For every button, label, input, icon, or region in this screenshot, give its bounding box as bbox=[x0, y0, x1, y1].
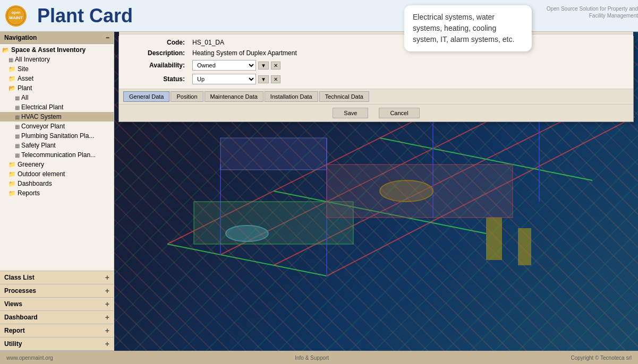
sidebar-section-expand-0[interactable]: + bbox=[105, 273, 109, 282]
sidebar-section-expand-4[interactable]: + bbox=[105, 326, 109, 335]
nav-tree-label-12: Greenery bbox=[18, 161, 44, 168]
nav-tree-label-6: Electrical Plant bbox=[21, 103, 63, 111]
folder-icon: 📁 bbox=[8, 180, 16, 187]
nav-tree-item-15[interactable]: 📁 Reports bbox=[0, 188, 114, 198]
nav-tree-item-10[interactable]: ▦ Safety Plant bbox=[0, 141, 114, 150]
svg-point-17 bbox=[226, 226, 268, 241]
sidebar-section-expand-1[interactable]: + bbox=[105, 287, 109, 295]
form-footer: SaveCancel bbox=[119, 104, 633, 122]
footer-right: Copyright © Tecnoteca srl bbox=[571, 355, 632, 361]
nav-tree-item-9[interactable]: ▦ Plumbing Sanitation Pla... bbox=[0, 131, 114, 141]
folder-icon: 📁 bbox=[8, 161, 16, 168]
sidebar-section-dashboard[interactable]: Dashboard+ bbox=[0, 311, 114, 324]
sidebar-bottom: Class List+Processes+Views+Dashboard+Rep… bbox=[0, 271, 114, 351]
sub-tab-general-data[interactable]: General Data bbox=[123, 91, 169, 102]
status-clear-btn[interactable]: ▼ bbox=[258, 75, 269, 83]
folder-icon: 📂 bbox=[2, 47, 10, 54]
svg-line-6 bbox=[327, 117, 635, 276]
file-icon: ▦ bbox=[15, 152, 20, 158]
status-row: Up ▼ ✕ bbox=[192, 74, 627, 84]
svg-rect-19 bbox=[486, 218, 502, 260]
nav-tree-item-3[interactable]: 📁 Asset bbox=[0, 74, 114, 83]
sidebar-section-label-4: Report bbox=[4, 327, 25, 334]
status-label: Status: bbox=[125, 75, 189, 83]
sidebar-section-label-3: Dashboard bbox=[4, 314, 38, 321]
description-label: Description: bbox=[125, 49, 189, 57]
nav-tree-label-9: Plumbing Sanitation Pla... bbox=[21, 132, 94, 140]
nav-title: Navigation bbox=[4, 34, 37, 41]
footer-center: Info & Support bbox=[295, 355, 329, 361]
list-window: List - HVAC System − □ ✕ ⊕ Add card HVAC… bbox=[118, 36, 634, 122]
svg-line-8 bbox=[274, 191, 486, 233]
callout-bubble: Electrical systems, water systems, heati… bbox=[404, 5, 532, 51]
nav-tree-label-7: HVAC System bbox=[21, 113, 62, 120]
sidebar-section-utility[interactable]: Utility+ bbox=[0, 337, 114, 351]
card-form: Code: HS_01_DA Description: Heating Syst… bbox=[119, 34, 633, 89]
svg-line-5 bbox=[274, 106, 592, 265]
sidebar-section-label-5: Utility bbox=[4, 340, 22, 348]
sidebar-section-label-2: Views bbox=[4, 300, 22, 308]
sidebar-section-expand-3[interactable]: + bbox=[105, 313, 109, 322]
status-x-btn[interactable]: ✕ bbox=[271, 75, 280, 83]
callout-text: Electrical systems, water systems, heati… bbox=[413, 13, 514, 44]
nav-tree-item-14[interactable]: 📁 Dashboards bbox=[0, 179, 114, 188]
sidebar-section-processes[interactable]: Processes+ bbox=[0, 284, 114, 298]
availability-clear-btn[interactable]: ▼ bbox=[258, 62, 269, 70]
svg-rect-14 bbox=[194, 202, 353, 244]
tagline: Open Source Solution for Property and Fa… bbox=[532, 5, 638, 19]
nav-tree-item-13[interactable]: 📁 Outdoor element bbox=[0, 169, 114, 179]
nav-tree-item-11[interactable]: ▦ Telecommunication Plan... bbox=[0, 150, 114, 160]
nav-tree-item-8[interactable]: ▦ Conveyor Plant bbox=[0, 122, 114, 131]
nav-header: Navigation − bbox=[0, 32, 114, 44]
footer-save-button[interactable]: Save bbox=[333, 108, 368, 118]
sub-tab-maintenance-data[interactable]: Maintenance Data bbox=[205, 91, 263, 102]
main-area: Navigation − 📂 Space & Asset Inventory▦ … bbox=[0, 32, 638, 351]
nav-tree-label-11: Telecommunication Plan... bbox=[21, 151, 96, 159]
availability-select[interactable]: Owned bbox=[192, 60, 256, 71]
file-icon: ▦ bbox=[8, 57, 13, 63]
nav-tree-item-5[interactable]: ▦ All bbox=[0, 93, 114, 102]
sidebar-section-expand-2[interactable]: + bbox=[105, 300, 109, 308]
nav-tree-label-13: Outdoor element bbox=[18, 170, 65, 178]
folder-icon: 📁 bbox=[8, 171, 16, 178]
nav-tree-item-1[interactable]: ▦ All Inventory bbox=[0, 55, 114, 64]
nav-tree-item-7[interactable]: ▦ HVAC System bbox=[0, 112, 114, 122]
sidebar-section-views[interactable]: Views+ bbox=[0, 298, 114, 311]
sub-tab-technical-data[interactable]: Technical Data bbox=[319, 91, 369, 102]
svg-rect-16 bbox=[220, 138, 327, 170]
nav-tree-item-4[interactable]: 📂 Plant bbox=[0, 83, 114, 93]
file-icon: ▦ bbox=[15, 114, 20, 120]
sidebar-section-class-list[interactable]: Class List+ bbox=[0, 271, 114, 284]
availability-label: Availability: bbox=[125, 62, 189, 69]
folder-icon: 📁 bbox=[8, 190, 16, 197]
nav-collapse-btn[interactable]: − bbox=[106, 34, 109, 41]
sidebar-section-report[interactable]: Report+ bbox=[0, 324, 114, 337]
svg-rect-15 bbox=[327, 164, 513, 218]
sidebar-section-label-1: Processes bbox=[4, 287, 36, 294]
nav-tree-label-3: Asset bbox=[18, 75, 33, 82]
footer: www.openmaint.org Info & Support Copyrig… bbox=[0, 351, 638, 364]
page-title: Plant Card bbox=[37, 5, 133, 27]
nav-tree-item-12[interactable]: 📁 Greenery bbox=[0, 160, 114, 169]
sidebar-section-expand-5[interactable]: + bbox=[105, 340, 109, 348]
code-label: Code: bbox=[125, 39, 189, 46]
availability-x-btn[interactable]: ✕ bbox=[271, 62, 280, 70]
nav-tree-item-2[interactable]: 📁 Site bbox=[0, 64, 114, 74]
folder-icon: 📁 bbox=[8, 66, 16, 73]
logo-icon: open MAINT bbox=[5, 5, 27, 27]
nav-tree-label-1: All Inventory bbox=[15, 56, 50, 63]
sub-tab-position[interactable]: Position bbox=[171, 91, 203, 102]
header: open MAINT Plant Card User : Administrat… bbox=[0, 0, 638, 32]
logo-area: open MAINT bbox=[5, 5, 27, 27]
nav-tree-label-10: Safety Plant bbox=[21, 142, 56, 149]
sidebar-section-label-0: Class List bbox=[4, 274, 35, 281]
nav-tree-item-6[interactable]: ▦ Electrical Plant bbox=[0, 102, 114, 112]
nav-tree-item-0[interactable]: 📂 Space & Asset Inventory bbox=[0, 45, 114, 55]
nav-tree-label-15: Reports bbox=[18, 189, 40, 197]
status-select[interactable]: Up bbox=[192, 74, 256, 84]
nav-tree-label-5: All bbox=[21, 94, 28, 101]
sub-tab-installation-data[interactable]: Installation Data bbox=[265, 91, 318, 102]
footer-cancel-button[interactable]: Cancel bbox=[379, 108, 419, 118]
content-area: List - HVAC System − □ ✕ ⊕ Add card HVAC… bbox=[114, 32, 638, 351]
file-icon: ▦ bbox=[15, 95, 20, 101]
